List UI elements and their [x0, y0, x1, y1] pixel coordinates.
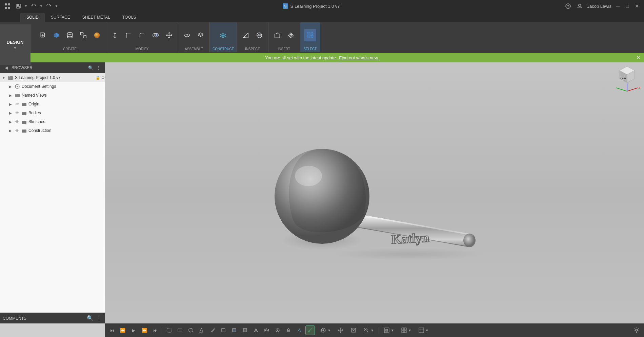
appearance-btn[interactable] — [284, 325, 293, 335]
tree-origin[interactable]: ▶ 👁 Origin — [0, 100, 105, 108]
assemble-label[interactable]: ASSEMBLE — [185, 46, 203, 51]
design-button[interactable]: DESIGN ▼ — [0, 24, 31, 65]
feature-btn[interactable] — [251, 325, 261, 335]
mirror-btn[interactable] — [262, 325, 271, 335]
viewport[interactable]: Katlyn LEF — [105, 62, 644, 323]
origin-arrow[interactable]: ▶ — [8, 102, 13, 106]
fit-screen-btn[interactable] — [348, 325, 359, 335]
active-tool-indicator[interactable] — [305, 325, 315, 335]
sketches-arrow[interactable]: ▶ — [8, 119, 13, 124]
settings-gear-btn[interactable] — [632, 325, 641, 335]
select-group: SELECT — [300, 22, 320, 52]
comments-menu-btn[interactable]: ⋮ — [96, 315, 102, 322]
user-icon[interactable] — [576, 2, 584, 10]
chamfer-btn[interactable] — [136, 29, 148, 41]
sel-solid-btn[interactable] — [240, 325, 250, 335]
orbit-btn[interactable]: ▼ — [318, 325, 333, 335]
browser-collapse-btn[interactable]: ◀ — [3, 64, 9, 71]
new-component-btn[interactable] — [37, 29, 49, 41]
close-btn[interactable]: ✕ — [634, 3, 640, 9]
help-icon[interactable]: ? — [564, 2, 572, 10]
redo-icon[interactable] — [45, 2, 53, 10]
bodies-arrow[interactable]: ▶ — [8, 111, 13, 115]
sphere-btn[interactable] — [91, 29, 103, 41]
select-btn[interactable] — [304, 29, 316, 41]
construction-visibility-icon[interactable]: 👁 — [14, 128, 20, 133]
stick-shadow — [334, 248, 483, 260]
play-btn[interactable]: ▶ — [129, 325, 138, 335]
tree-sketches[interactable]: ▶ 👁 Sketches — [0, 117, 105, 126]
save-dropdown[interactable]: ▼ — [24, 4, 27, 8]
display-settings-btn[interactable]: ▼ — [382, 325, 396, 335]
undo-dropdown[interactable]: ▼ — [40, 4, 43, 8]
modify-label[interactable]: MODIFY — [136, 46, 149, 51]
step-back-btn[interactable]: ⏮ — [107, 325, 117, 335]
cylinder-btn[interactable] — [64, 29, 76, 41]
tree-document-settings[interactable]: ▶ Document Settings — [0, 82, 105, 91]
tab-tools[interactable]: TOOLS — [116, 13, 142, 22]
create-label[interactable]: CREATE — [63, 46, 77, 51]
tab-surface[interactable]: SURFACE — [45, 13, 76, 22]
decal-btn[interactable] — [285, 29, 297, 41]
maximize-btn[interactable]: □ — [624, 3, 630, 9]
construction-arrow[interactable]: ▶ — [8, 128, 13, 133]
tab-solid[interactable]: SOLID — [20, 13, 45, 22]
material-btn[interactable] — [273, 325, 282, 335]
select-3d-btn[interactable] — [186, 325, 196, 335]
bodies-visibility-icon[interactable]: 👁 — [14, 110, 20, 116]
construct-label[interactable]: CONSTRUCT — [213, 46, 234, 51]
notification-close[interactable]: × — [637, 55, 640, 61]
grid-btn[interactable]: ▼ — [399, 325, 414, 335]
origin-label: Origin — [28, 102, 105, 106]
grid2-btn[interactable]: ▼ — [416, 325, 431, 335]
select-edge-btn[interactable] — [219, 325, 228, 335]
inspect-label[interactable]: INSPECT — [245, 46, 260, 51]
save-icon[interactable] — [14, 2, 22, 10]
browser-search-btn[interactable]: 🔍 — [87, 64, 94, 71]
tab-sheet-metal[interactable]: SHEET METAL — [76, 13, 116, 22]
combine-btn[interactable] — [149, 29, 162, 41]
browser-menu-btn[interactable]: ⋮ — [95, 64, 102, 71]
doc-settings-arrow[interactable]: ▶ — [8, 84, 13, 89]
tree-named-views[interactable]: ▶ Named Views — [0, 91, 105, 100]
scale-btn[interactable] — [77, 29, 89, 41]
measure-btn[interactable] — [240, 29, 252, 41]
offset-plane-btn[interactable] — [217, 29, 229, 41]
named-views-arrow[interactable]: ▶ — [8, 93, 13, 98]
view-cube[interactable]: LEFT Z — [613, 66, 641, 93]
minimize-btn[interactable]: ─ — [615, 3, 621, 9]
notification-link[interactable]: Find out what's new. — [339, 55, 379, 60]
root-collapse-arrow[interactable]: ▼ — [1, 75, 6, 80]
insert-mesh-btn[interactable] — [271, 29, 283, 41]
tree-bodies[interactable]: ▶ 👁 Bodies — [0, 108, 105, 117]
play-back-btn[interactable]: ⏪ — [118, 325, 127, 335]
box-btn[interactable] — [50, 29, 62, 41]
insert-label[interactable]: INSERT — [278, 46, 290, 51]
zoom-btn[interactable]: ▼ — [361, 325, 376, 335]
push-pull-btn[interactable] — [109, 29, 121, 41]
redo-dropdown[interactable]: ▼ — [55, 4, 58, 8]
origin-visibility-icon[interactable]: 👁 — [14, 101, 20, 107]
select-label[interactable]: SELECT — [303, 46, 317, 51]
pan-btn[interactable] — [336, 325, 346, 335]
tree-construction[interactable]: ▶ 👁 Construction — [0, 126, 105, 135]
paint-btn[interactable] — [208, 325, 217, 335]
comments-search-btn[interactable]: 🔍 — [87, 315, 94, 322]
step-forward-btn[interactable]: ⏭ — [150, 325, 160, 335]
play-forward-btn[interactable]: ⏩ — [140, 325, 149, 335]
project-settings-icon[interactable]: ⚙ — [101, 76, 105, 80]
transform-btn[interactable] — [197, 325, 206, 335]
undo-icon[interactable] — [29, 2, 38, 10]
sel-face-btn[interactable] — [229, 325, 239, 335]
move-btn[interactable] — [163, 29, 175, 41]
select-box-btn[interactable] — [164, 325, 174, 335]
tree-root-project[interactable]: ▼ S Learning Project 1.0 v7 🔒 ⚙ — [0, 73, 105, 82]
app-grid-icon[interactable] — [3, 1, 12, 11]
as-built-joint-btn[interactable] — [195, 29, 207, 41]
section-analysis-btn[interactable] — [253, 29, 265, 41]
fillet-btn[interactable] — [122, 29, 135, 41]
render-btn[interactable] — [295, 325, 304, 335]
joint-btn[interactable] — [181, 29, 193, 41]
select-lasso-btn[interactable] — [175, 325, 185, 335]
sketches-visibility-icon[interactable]: 👁 — [14, 119, 20, 124]
